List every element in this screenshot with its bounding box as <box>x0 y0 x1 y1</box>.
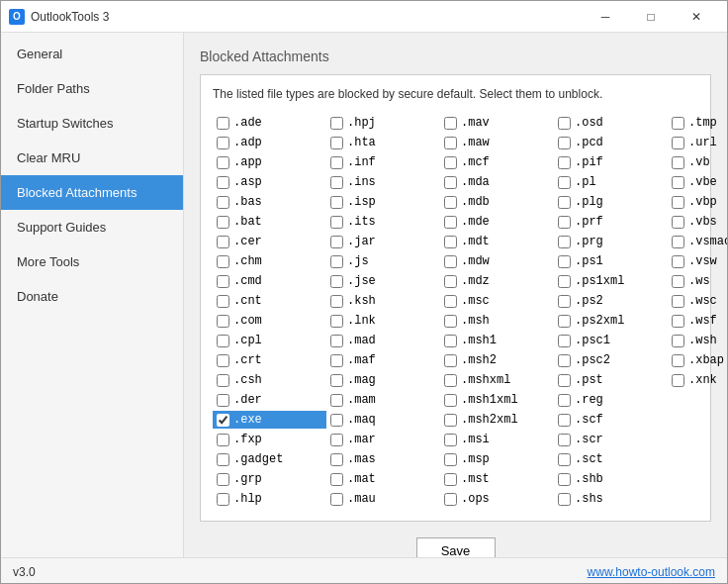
checkbox-input[interactable] <box>444 137 457 149</box>
checkbox-item[interactable]: .ps2xml <box>554 312 668 330</box>
checkbox-item[interactable]: .pst <box>554 371 668 389</box>
checkbox-item[interactable]: .mcf <box>440 153 554 171</box>
checkbox-item[interactable]: .mat <box>326 470 440 488</box>
checkbox-item[interactable]: .cmd <box>213 272 326 290</box>
checkbox-input[interactable] <box>330 156 343 169</box>
checkbox-item[interactable]: .mdz <box>440 272 554 290</box>
checkbox-item[interactable]: .msi <box>440 431 554 448</box>
checkbox-item[interactable]: .ps2 <box>554 292 668 310</box>
checkbox-input[interactable] <box>217 414 229 427</box>
checkbox-item[interactable]: .fxp <box>213 431 326 448</box>
checkbox-input[interactable] <box>672 275 684 288</box>
close-button[interactable]: ✕ <box>674 1 719 33</box>
checkbox-input[interactable] <box>330 374 343 387</box>
checkbox-item[interactable]: .mda <box>440 173 554 191</box>
checkbox-input[interactable] <box>330 315 343 328</box>
checkbox-input[interactable] <box>672 137 684 149</box>
checkbox-item[interactable]: .mar <box>326 431 440 448</box>
checkbox-item[interactable]: .com <box>213 312 326 330</box>
checkbox-input[interactable] <box>217 295 229 308</box>
checkbox-input[interactable] <box>444 335 457 347</box>
checkbox-item[interactable]: .its <box>326 213 440 231</box>
checkbox-item[interactable]: .vbe <box>668 173 727 191</box>
checkbox-input[interactable] <box>217 374 229 387</box>
checkbox-item[interactable]: .tmp <box>668 114 727 132</box>
checkbox-item[interactable]: .crt <box>213 351 326 369</box>
checkbox-item[interactable]: .asp <box>213 173 326 191</box>
checkbox-item[interactable]: .mau <box>326 490 440 508</box>
checkbox-item[interactable]: .shs <box>554 490 668 508</box>
checkbox-input[interactable] <box>672 236 684 248</box>
checkbox-input[interactable] <box>217 196 229 209</box>
checkbox-input[interactable] <box>330 335 343 347</box>
checkbox-item[interactable]: .bat <box>213 213 326 231</box>
checkbox-item[interactable]: .pl <box>554 173 668 191</box>
checkbox-input[interactable] <box>558 236 571 248</box>
checkbox-input[interactable] <box>558 275 571 288</box>
checkbox-item[interactable]: .hpj <box>326 114 440 132</box>
checkbox-input[interactable] <box>444 156 457 169</box>
checkbox-item[interactable]: .csh <box>213 371 326 389</box>
checkbox-item[interactable]: .app <box>213 153 326 171</box>
checkbox-item[interactable]: .url <box>668 134 727 151</box>
checkbox-input[interactable] <box>672 117 684 130</box>
checkbox-item[interactable]: .scf <box>554 411 668 429</box>
checkbox-item[interactable]: .wsc <box>668 292 727 310</box>
checkbox-input[interactable] <box>330 275 343 288</box>
checkbox-input[interactable] <box>444 196 457 209</box>
checkbox-input[interactable] <box>444 255 457 268</box>
checkbox-item[interactable]: .hlp <box>213 490 326 508</box>
save-button[interactable]: Save <box>416 537 496 557</box>
checkbox-item[interactable]: .chm <box>213 252 326 270</box>
checkbox-input[interactable] <box>330 295 343 308</box>
checkbox-item[interactable]: .lnk <box>326 312 440 330</box>
checkbox-input[interactable] <box>558 295 571 308</box>
checkbox-input[interactable] <box>444 453 457 466</box>
checkbox-item[interactable]: .msh2 <box>440 351 554 369</box>
checkbox-input[interactable] <box>330 434 343 446</box>
checkbox-input[interactable] <box>444 473 457 486</box>
checkbox-input[interactable] <box>444 394 457 407</box>
checkbox-input[interactable] <box>444 374 457 387</box>
checkbox-input[interactable] <box>330 236 343 248</box>
checkbox-input[interactable] <box>444 275 457 288</box>
checkbox-item[interactable]: .ws <box>668 272 727 290</box>
checkbox-input[interactable] <box>217 255 229 268</box>
checkbox-item[interactable]: .msh2xml <box>440 411 554 429</box>
checkbox-input[interactable] <box>444 315 457 328</box>
checkbox-item[interactable]: .vb <box>668 153 727 171</box>
checkbox-item[interactable]: .msh <box>440 312 554 330</box>
checkbox-input[interactable] <box>444 354 457 367</box>
checkbox-item[interactable]: .maw <box>440 134 554 151</box>
sidebar-item-support-guides[interactable]: Support Guides <box>1 210 183 244</box>
checkbox-input[interactable] <box>558 493 571 506</box>
checkbox-input[interactable] <box>558 335 571 347</box>
checkbox-item[interactable]: .shb <box>554 470 668 488</box>
checkbox-item[interactable]: .jar <box>326 233 440 250</box>
checkbox-item[interactable]: .psc1 <box>554 332 668 349</box>
checkbox-item[interactable]: .xnk <box>668 371 727 389</box>
checkbox-item[interactable]: .vbs <box>668 213 727 231</box>
checkbox-item[interactable]: .msc <box>440 292 554 310</box>
checkbox-input[interactable] <box>672 295 684 308</box>
checkbox-item[interactable]: .xbap <box>668 351 727 369</box>
sidebar-item-donate[interactable]: Donate <box>1 279 183 314</box>
checkbox-input[interactable] <box>558 394 571 407</box>
checkbox-item[interactable]: .mdb <box>440 193 554 211</box>
maximize-button[interactable]: □ <box>628 1 674 33</box>
checkbox-item[interactable]: .plg <box>554 193 668 211</box>
checkbox-input[interactable] <box>444 493 457 506</box>
checkbox-item[interactable]: .cer <box>213 233 326 250</box>
checkbox-item[interactable]: .osd <box>554 114 668 132</box>
checkbox-item[interactable]: .prg <box>554 233 668 250</box>
checkbox-item[interactable]: .inf <box>326 153 440 171</box>
checkbox-input[interactable] <box>330 473 343 486</box>
sidebar-item-clear-mru[interactable]: Clear MRU <box>1 141 183 175</box>
sidebar-item-more-tools[interactable]: More Tools <box>1 244 183 279</box>
minimize-button[interactable]: ─ <box>583 1 628 33</box>
checkbox-input[interactable] <box>330 117 343 130</box>
checkbox-input[interactable] <box>217 453 229 466</box>
checkbox-input[interactable] <box>330 137 343 149</box>
checkbox-input[interactable] <box>217 216 229 229</box>
checkbox-input[interactable] <box>558 196 571 209</box>
